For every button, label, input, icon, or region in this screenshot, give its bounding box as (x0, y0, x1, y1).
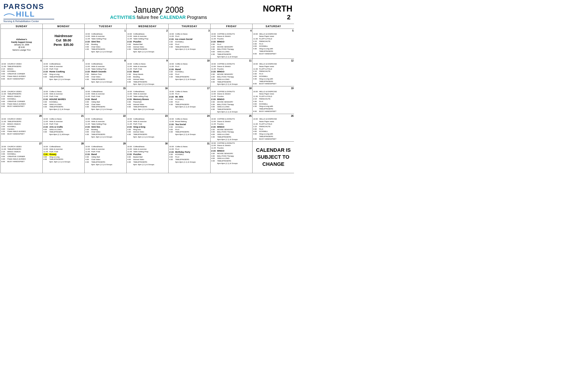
north-section: NORTH 2 (263, 4, 291, 21)
cell-sun-6: 6 10:30CHURCH VIDEO 11:30TABLEFINGERS 2:… (1, 59, 43, 86)
cell-thu-24: 24 10:30Coffee & News 11:00Bread Making … (168, 114, 210, 141)
cell-fri-11: 11 10:30COFFEE & DONUTS 11:00Dance & Str… (210, 59, 252, 86)
page-header: PARSONS HILL Nursing & Rehabilitation Ce… (0, 0, 294, 24)
cell-wed-30: 30 10:30Coffee&News 11:00Hello & exercis… (126, 141, 168, 173)
programs-label: Programs (187, 15, 207, 20)
north-title: NORTH (263, 4, 291, 14)
cell-tue-8: 8 10:30Coffee&News 11:00Hello & exercise… (85, 59, 126, 86)
cell-fri-lastweek: 10:30COFFEE & DONUTS 11:00Dance & Stretc… (210, 141, 252, 173)
cell-wed-16: 16 10:30Coffee&News 11:00Hello & exercis… (126, 86, 168, 114)
cell-mon-28: 28 10:30Coffee&News 11:00Hello & exercis… (43, 141, 85, 173)
col-monday: MONDAY (43, 24, 85, 29)
cell-tue-1: 1 10:30Coffee&News 11:00Hello & exercise… (85, 29, 126, 59)
cell-sat-12: 12 10:30HELLO & EXERCISE News Paper news… (252, 59, 294, 86)
cell-wed-2: 2 10:30Coffee&News 11:00Hello & exercise… (126, 29, 168, 59)
center-header: January 2008 ACTIVITIES failure free CAL… (54, 5, 263, 20)
north-num: 2 (263, 14, 291, 21)
col-friday: FRIDAY (210, 24, 252, 29)
month-year: January 2008 (54, 5, 263, 15)
calendar-row-5: 27 10:30CHURCH VIDEO 11:30TABLEFINGERS 2… (1, 141, 294, 173)
cell-wed-23: 23 10:30Coffee&News 11:00Hello & exercis… (126, 114, 168, 141)
calendar-row-3: 13 10:30CHURCH VIDEO 11:30TABLEFINGERS 2… (1, 86, 294, 114)
cell-sat-5: 5 10:30HELLO & EXERCISE News Paper news … (252, 29, 294, 59)
cell-notice: CALENDAR IS SUBJECT TO CHANGE (252, 141, 294, 173)
col-wednesday: WEDNESDAY (126, 24, 168, 29)
cell-thu-10: 10 10:30Coffee & News 11:00Fix-it 2:15Ba… (168, 59, 210, 86)
logo-hill: HILL (16, 10, 35, 19)
cell-mon-week1: Hairdresser Cut $9.00 Perm $35.00 (43, 29, 85, 59)
cell-thu-31: 31 10:30Coffee & News 11:00Fix-it 2:15Bi… (168, 141, 210, 173)
cell-sat-26: 26 10:30HELLO & EXERCISE News Paper news… (252, 114, 294, 141)
logo-arc-icon (3, 12, 15, 16)
hairdresser-info: Hairdresser Cut $9.00 Perm $35.00 (43, 29, 84, 47)
cell-fri-25: 25 10:30COFFEE & DONUTS 11:00Dance & Str… (210, 114, 252, 141)
cell-thu-3: 3 10:30Coffee & News 11:00Fix-it 2:15Ice… (168, 29, 210, 59)
calendar-row-1: Alzheimer's Family Support Group January… (1, 29, 294, 59)
alz-event: Alzheimer's Family Support Group January… (1, 38, 42, 51)
cell-mon-7: 7 10:30Coffee&News 11:00Hello & exercise… (43, 59, 85, 86)
logo: PARSONS HILL Nursing & Rehabilitation Ce… (3, 2, 54, 22)
col-saturday: SATURDAY (252, 24, 294, 29)
cell-mon-21: 21 10:30Coffee & News 11:00Hello & exerc… (43, 114, 85, 141)
logo-nursing: Nursing & Rehabilitation Center (3, 19, 54, 22)
col-sunday: SUNDAY (1, 24, 43, 29)
cell-wed-9: 9 10:30Coffee & News 11:00Hello & exerci… (126, 59, 168, 86)
cell-thu-17: 17 10:30Coffee & News 11:00Fix-it 2:15Mr… (168, 86, 210, 114)
cell-tue-15: 15 10:30Coffee&News 11:00Hello & exercis… (85, 86, 126, 114)
calendar-table: SUNDAY MONDAY TUESDAY WEDNESDAY THURSDAY… (0, 24, 294, 173)
cell-sun-week1: Alzheimer's Family Support Group January… (1, 29, 43, 59)
cell-sun-13: 13 10:30CHURCH VIDEO 11:30TABLEFINGERS 2… (1, 86, 43, 114)
calendar-row-4: 20 10:30CHURCH VIDEO 11:30TABLEFINGERS 2… (1, 114, 294, 141)
calendar-notice: CALENDAR IS SUBJECT TO CHANGE (253, 142, 294, 172)
col-tuesday: TUESDAY (85, 24, 126, 29)
cell-fri-18: 18 10:30COFFEE & DONUTS 11:00Dance & Str… (210, 86, 252, 114)
col-thursday: THURSDAY (168, 24, 210, 29)
cell-sun-27: 27 10:30CHURCH VIDEO 11:30TABLEFINGERS 2… (1, 141, 43, 173)
activities-label: ACTIVITIES (110, 15, 135, 20)
cell-sat-19: 19 10:30HELLO & EXERCISE News Paper news… (252, 86, 294, 114)
cell-sun-20: 20 10:30CHURCH VIDEO 11:30TABLEFINGERS 2… (1, 114, 43, 141)
cell-tue-29: 29 10:30Coffee&News 11:00Hello & exercis… (85, 141, 126, 173)
cell-mon-14: 14 10:30Coffee & News 11:00Hello & exerc… (43, 86, 85, 114)
activities-line: ACTIVITIES failure free CALENDAR Program… (54, 15, 263, 20)
calendar-row-2: 6 10:30CHURCH VIDEO 11:30TABLEFINGERS 2:… (1, 59, 294, 86)
cell-fri-4: 4 10:30COFFEE & DONUTS 11:00Dance & Stre… (210, 29, 252, 59)
calendar-label: CALENDAR (160, 15, 186, 20)
failure-free: failure free (137, 15, 160, 20)
calendar-header-row: SUNDAY MONDAY TUESDAY WEDNESDAY THURSDAY… (1, 24, 294, 29)
cell-tue-22: 22 10:30Coffee&News 11:00Hello & exercis… (85, 114, 126, 141)
